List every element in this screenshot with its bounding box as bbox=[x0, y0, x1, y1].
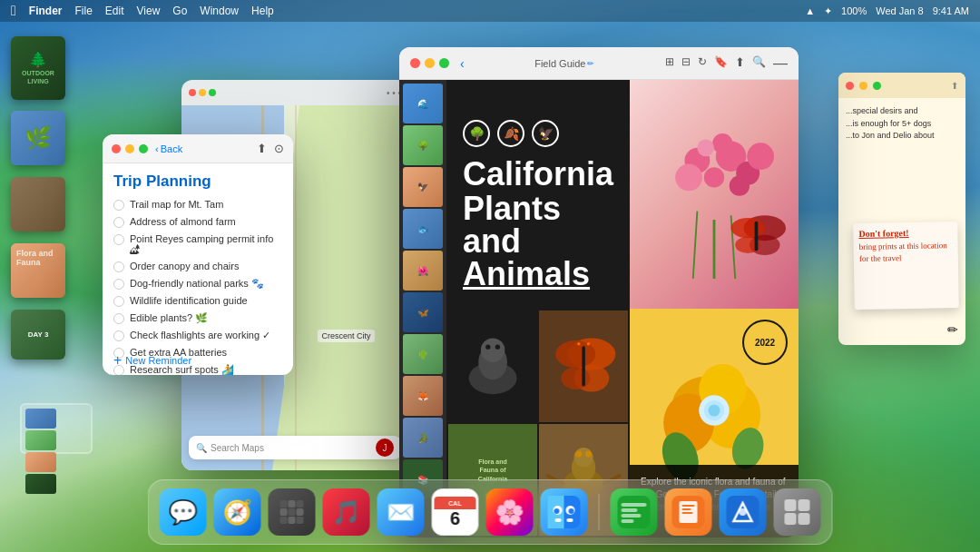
svg-point-32 bbox=[575, 451, 582, 458]
new-reminder-button[interactable]: + New Reminder bbox=[113, 353, 191, 368]
list-item[interactable]: Address of almond farm bbox=[103, 213, 293, 231]
reminder-checkbox[interactable] bbox=[113, 217, 124, 228]
bluetooth-icon[interactable]: ✦ bbox=[824, 5, 832, 17]
reminder-checkbox[interactable] bbox=[113, 200, 124, 211]
file-menu[interactable]: File bbox=[75, 5, 93, 17]
bird-icon-circle: 🦅 bbox=[532, 120, 559, 147]
sticky-title: Don't forget! bbox=[858, 227, 952, 239]
reminders-more-icon[interactable]: ⊙ bbox=[274, 142, 284, 155]
dock-safari-icon[interactable]: 🧭 bbox=[214, 488, 261, 536]
thumb-item[interactable]: 🐟 bbox=[403, 209, 443, 249]
dock-mail-icon[interactable]: ✉️ bbox=[377, 488, 425, 536]
reminder-checkbox[interactable] bbox=[113, 261, 124, 272]
ipad-mini-stack[interactable] bbox=[20, 403, 93, 454]
vectornator-icon bbox=[727, 496, 760, 528]
help-menu[interactable]: Help bbox=[251, 5, 274, 17]
list-item[interactable]: Edible plants? 🌿 bbox=[103, 310, 293, 327]
book-title-label: Field Guide bbox=[534, 58, 585, 69]
book-minimize-button[interactable] bbox=[425, 58, 435, 68]
thumb-item[interactable]: 🌺 bbox=[403, 251, 443, 291]
reminders-share-icon[interactable]: ⬆ bbox=[257, 142, 267, 155]
list-item[interactable]: Order canopy and chairs bbox=[103, 258, 293, 275]
dock-numbers-icon[interactable] bbox=[611, 488, 658, 536]
notes-maximize-button[interactable] bbox=[873, 82, 881, 90]
svg-point-31 bbox=[573, 448, 593, 467]
notes-share-icon[interactable]: ⬆ bbox=[951, 81, 958, 91]
reminders-back-button[interactable]: ‹ Back bbox=[155, 143, 182, 154]
svg-point-74 bbox=[740, 508, 747, 516]
notes-close-button[interactable] bbox=[846, 82, 854, 90]
reminder-checkbox[interactable] bbox=[113, 296, 124, 307]
maps-search-bar[interactable]: 🔍 Search Maps J bbox=[189, 436, 401, 459]
sidebar-item-travel[interactable] bbox=[11, 177, 65, 232]
dock-launchpad-icon[interactable] bbox=[269, 488, 316, 536]
list-item[interactable]: Check flashlights are working ✓ bbox=[103, 327, 293, 344]
menu-bar-left:  Finder File Edit View Go Window Help bbox=[11, 3, 274, 19]
dock-pages-icon[interactable] bbox=[665, 488, 712, 536]
thumb-item[interactable]: 🦅 bbox=[403, 167, 443, 207]
book-share-icon[interactable]: ⬆ bbox=[735, 55, 745, 72]
book-back-icon[interactable]: ‹ bbox=[460, 56, 465, 71]
notes-pencil-icon[interactable]: ✏ bbox=[947, 321, 958, 338]
dock-photos-icon[interactable]: 🌸 bbox=[486, 488, 534, 536]
list-item[interactable]: Dog-friendly national parks 🐾 bbox=[103, 275, 293, 292]
book-minus-icon[interactable]: — bbox=[773, 55, 788, 72]
ipad-thumb-4 bbox=[25, 474, 56, 494]
reminder-text: Wildlife identification guide bbox=[130, 295, 248, 306]
book-search-icon[interactable]: 🔍 bbox=[752, 55, 766, 72]
apple-menu[interactable]:  bbox=[11, 3, 16, 19]
reminders-maximize-button[interactable] bbox=[139, 144, 148, 153]
book-grid-icon[interactable]: ⊞ bbox=[665, 55, 674, 72]
reminder-text: Order canopy and chairs bbox=[130, 261, 239, 271]
reminders-close-button[interactable] bbox=[112, 144, 121, 153]
dock-messages-icon[interactable]: 💬 bbox=[160, 488, 207, 536]
edit-menu[interactable]: Edit bbox=[105, 5, 124, 17]
list-item[interactable]: Wildlife identification guide bbox=[103, 292, 293, 310]
reminder-text: Address of almond farm bbox=[130, 216, 236, 227]
book-bookmark-icon[interactable]: 🔖 bbox=[714, 55, 728, 72]
maps-minimize-button[interactable] bbox=[199, 89, 206, 96]
thumb-item[interactable]: 🦊 bbox=[403, 376, 443, 416]
maps-avatar: J bbox=[376, 439, 394, 457]
reminder-checkbox[interactable] bbox=[113, 234, 124, 245]
window-menu[interactable]: Window bbox=[200, 5, 239, 17]
reminder-checkbox[interactable] bbox=[113, 313, 124, 324]
go-menu[interactable]: Go bbox=[172, 5, 187, 17]
dock-finder-icon[interactable] bbox=[541, 488, 588, 536]
wifi-icon[interactable]: ▲ bbox=[805, 5, 815, 16]
reminder-text: Dog-friendly national parks 🐾 bbox=[130, 278, 264, 290]
svg-point-6 bbox=[697, 140, 714, 157]
notes-line-1: ...special desirs and bbox=[846, 105, 958, 118]
maps-maximize-button[interactable] bbox=[209, 89, 216, 96]
maps-close-button[interactable] bbox=[189, 89, 196, 96]
notes-minimize-button[interactable] bbox=[859, 82, 867, 90]
thumb-item[interactable]: 🌳 bbox=[403, 125, 443, 165]
sidebar-item-nature-guide[interactable]: 🌿 bbox=[11, 111, 65, 165]
book-thumbnail-strip[interactable]: 🌊 🌳 🦅 🐟 🌺 🦋 🌵 🦊 🐊 📚 bbox=[399, 80, 446, 537]
list-item[interactable]: Trail map for Mt. Tam bbox=[103, 196, 293, 213]
clock: 9:41 AM bbox=[933, 5, 969, 16]
thumb-item[interactable]: 🐊 bbox=[403, 418, 443, 458]
dock-music-icon[interactable]: 🎵 bbox=[323, 488, 370, 536]
view-menu[interactable]: View bbox=[137, 5, 161, 17]
reminder-checkbox[interactable] bbox=[113, 330, 124, 341]
dock-calendar-icon[interactable]: CAL 6 bbox=[432, 488, 479, 536]
thumb-item[interactable]: 🌊 bbox=[403, 84, 443, 123]
sidebar-item-outdoor-living[interactable]: 🌲 OUTDOOR LIVING bbox=[11, 36, 65, 100]
thumb-item[interactable]: 🦋 bbox=[403, 292, 443, 332]
app-name-menu[interactable]: Finder bbox=[29, 5, 63, 17]
book-close-button[interactable] bbox=[410, 58, 420, 68]
dock-vectornator-icon[interactable] bbox=[720, 488, 767, 536]
book-view-icon[interactable]: ⊟ bbox=[681, 55, 691, 72]
dock-extras-icon[interactable] bbox=[774, 488, 821, 536]
list-item[interactable]: Point Reyes camping permit info 🏕 bbox=[103, 231, 293, 258]
book-sync-icon[interactable]: ↻ bbox=[698, 55, 707, 72]
book-maximize-button[interactable] bbox=[439, 58, 449, 68]
sidebar-item-day3[interactable]: DAY 3 bbox=[11, 310, 65, 360]
reminders-title: Trip Planning bbox=[103, 163, 293, 196]
reminder-checkbox[interactable] bbox=[113, 279, 124, 290]
reminders-minimize-button[interactable] bbox=[125, 144, 134, 153]
thumb-item[interactable]: 🌵 bbox=[403, 334, 443, 374]
reminder-text: Point Reyes camping permit info 🏕 bbox=[130, 233, 282, 255]
sidebar-item-flora[interactable]: Flora and Fauna bbox=[11, 243, 65, 298]
